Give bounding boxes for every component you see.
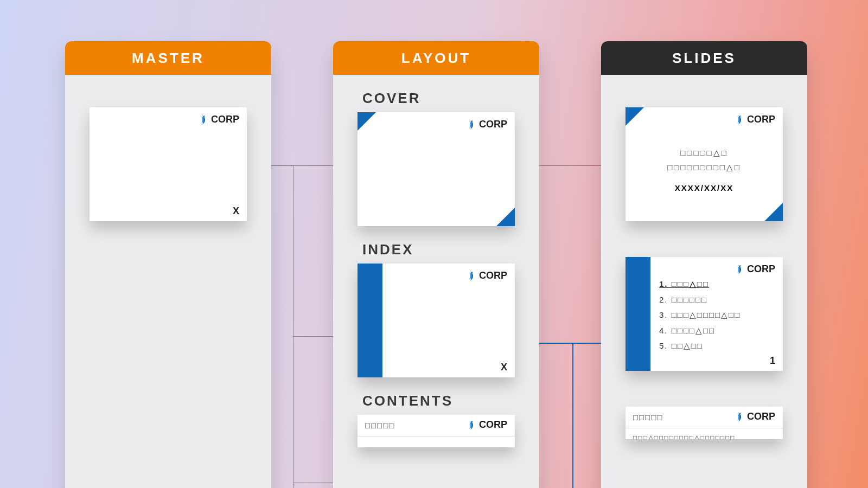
cover-title-block: □□□□□△□ □□□□□□□□□△□ bbox=[626, 145, 783, 175]
corner-accent-icon bbox=[496, 208, 515, 226]
connector-index-vertical bbox=[572, 343, 573, 488]
section-cover-title: COVER bbox=[362, 90, 539, 107]
svg-point-3 bbox=[471, 421, 473, 422]
layout-contents-thumb[interactable]: □□□□□ CORP bbox=[358, 415, 515, 447]
corp-logo: CORP bbox=[197, 114, 239, 125]
slide-cover[interactable]: CORP □□□□□△□ □□□□□□□□□△□ XXXX/XX/XX bbox=[626, 107, 783, 221]
svg-point-6 bbox=[739, 413, 741, 414]
corner-accent-icon bbox=[764, 203, 783, 221]
svg-point-0 bbox=[203, 115, 205, 117]
master-slide-thumb[interactable]: CORP X bbox=[90, 107, 247, 221]
column-master-header: MASTER bbox=[65, 41, 271, 75]
corp-logo: CORP bbox=[733, 411, 775, 422]
corp-logo: CORP bbox=[465, 419, 507, 431]
sidebar-accent bbox=[358, 264, 382, 377]
corp-logo: CORP bbox=[733, 114, 775, 125]
sidebar-accent bbox=[626, 257, 650, 371]
svg-point-4 bbox=[739, 115, 741, 117]
corner-accent-icon bbox=[626, 107, 644, 126]
column-master: MASTER CORP X bbox=[65, 41, 271, 488]
page-marker: X bbox=[233, 206, 239, 217]
layout-index-thumb[interactable]: CORP X bbox=[358, 264, 515, 377]
index-list: 1. □□□△□□ 2. □□□□□□ 3. □□□△□□□□△□□ 4. □□… bbox=[659, 277, 741, 354]
corp-logo: CORP bbox=[733, 264, 775, 275]
page-number: 1 bbox=[770, 355, 775, 367]
svg-point-1 bbox=[471, 120, 473, 121]
layout-cover-thumb[interactable]: CORP bbox=[358, 112, 515, 226]
corp-logo: CORP bbox=[465, 270, 507, 281]
section-index-title: INDEX bbox=[362, 241, 539, 258]
corp-logo: CORP bbox=[465, 119, 507, 130]
section-contents-title: CONTENTS bbox=[362, 393, 539, 409]
column-layout-header: LAYOUT bbox=[333, 41, 539, 75]
column-slides: SLIDES CORP □□□□□△□ □□□□□□□□□△□ XXXX/XX/… bbox=[601, 41, 807, 488]
svg-point-2 bbox=[471, 272, 473, 273]
cover-date: XXXX/XX/XX bbox=[626, 183, 783, 192]
corner-accent-icon bbox=[358, 112, 376, 131]
svg-point-5 bbox=[739, 265, 741, 266]
page-marker: X bbox=[501, 362, 507, 373]
slide-contents[interactable]: □□□□□ CORP □□□△□□□□□□□□△□□□□□□□ bbox=[626, 407, 783, 439]
contents-body: □□□△□□□□□□□□△□□□□□□□ bbox=[633, 434, 775, 439]
column-slides-header: SLIDES bbox=[601, 41, 807, 75]
corp-name: CORP bbox=[211, 114, 239, 125]
slide-index[interactable]: CORP 1. □□□△□□ 2. □□□□□□ 3. □□□△□□□□△□□ … bbox=[626, 257, 783, 371]
column-layout: LAYOUT COVER CORP INDEX CORP X CONTENTS … bbox=[333, 41, 539, 488]
connector-master-vertical bbox=[293, 165, 293, 488]
